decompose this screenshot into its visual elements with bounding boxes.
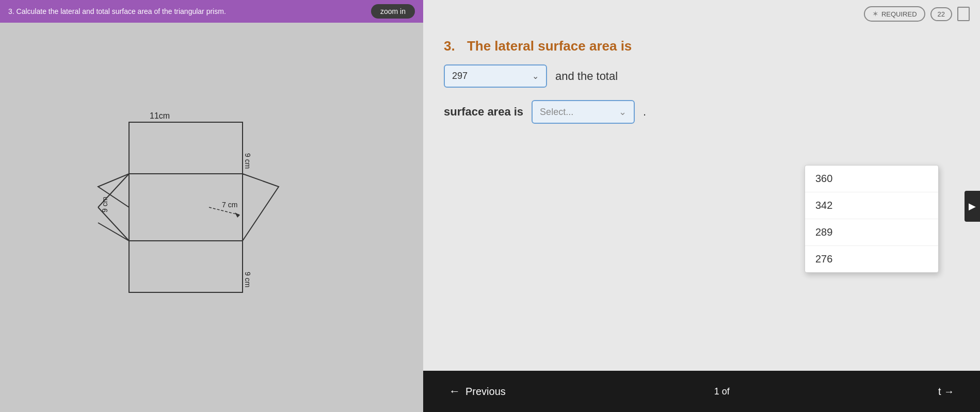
period: . <box>643 105 646 119</box>
svg-line-7 <box>98 174 129 207</box>
and-the-total-label: and the total <box>555 70 618 83</box>
left-panel: 3. Calculate the lateral and total surfa… <box>0 0 423 412</box>
svg-line-8 <box>98 207 129 241</box>
next-label: t → <box>938 386 954 398</box>
svg-rect-6 <box>129 241 243 292</box>
bottom-nav: ← Previous 1 of t → <box>423 371 980 412</box>
dropdown-option-289[interactable]: 289 <box>805 219 938 246</box>
label-11cm: 11cm <box>150 111 170 120</box>
dropdown-option-342[interactable]: 342 <box>805 192 938 219</box>
surface-area-label: surface area is <box>444 105 523 119</box>
dropdown-menu: 360 342 289 276 <box>805 165 939 273</box>
question-text: The lateral surface area is <box>467 38 632 54</box>
question-header: 3. Calculate the lateral and total surfa… <box>0 0 423 23</box>
answer-row: 297 ⌄ and the total <box>444 64 959 88</box>
lateral-area-value: 297 <box>452 71 468 81</box>
label-7cm: 7 cm <box>222 201 237 209</box>
diagram-area: 11cm 9 cm 7 cm 9 c <box>0 23 423 412</box>
question-header-text: 3. Calculate the lateral and total surfa… <box>8 7 226 15</box>
previous-label: Previous <box>465 386 506 398</box>
required-label: REQUIRED <box>881 10 917 18</box>
page-icon <box>957 7 970 21</box>
select-chevron-icon: ⌄ <box>619 106 626 118</box>
dropdown-option-276[interactable]: 276 <box>805 246 938 272</box>
svg-marker-3 <box>235 212 240 218</box>
scroll-arrow-icon: ▶ <box>969 201 976 212</box>
right-scroll-indicator[interactable]: ▶ <box>965 191 980 222</box>
zoom-in-button[interactable]: zoom in <box>371 4 415 19</box>
prism-diagram: 11cm 9 cm 7 cm 9 c <box>83 99 341 347</box>
surface-area-row: surface area is Select... ⌄ . <box>444 100 959 124</box>
required-star: ✶ <box>872 9 879 19</box>
svg-marker-5 <box>243 174 279 241</box>
next-button[interactable]: t → <box>928 381 965 403</box>
dropdown-option-360[interactable]: 360 <box>805 166 938 192</box>
question-content: 3. The lateral surface area is 297 ⌄ and… <box>423 28 980 371</box>
label-9cm-top-right: 9 cm <box>244 153 252 169</box>
question-number-line: 3. The lateral surface area is <box>444 38 959 54</box>
previous-button[interactable]: ← Previous <box>439 380 516 403</box>
left-arrow-icon: ← <box>449 385 460 398</box>
total-surface-area-dropdown[interactable]: Select... ⌄ <box>532 100 635 124</box>
right-panel: ✶ REQUIRED 22 3. The lateral surface are… <box>423 0 980 412</box>
svg-rect-0 <box>129 122 243 174</box>
dropdown-chevron-icon: ⌄ <box>532 71 539 81</box>
top-bar: ✶ REQUIRED 22 <box>423 0 980 28</box>
label-9cm-bottom-right: 9 cm <box>244 272 252 287</box>
page-indicator: 1 of <box>714 386 730 397</box>
number-badge: 22 <box>930 7 952 21</box>
label-9cm-left: 9 cm <box>101 196 109 212</box>
required-badge: ✶ REQUIRED <box>864 6 925 22</box>
lateral-area-dropdown[interactable]: 297 ⌄ <box>444 64 547 88</box>
select-placeholder: Select... <box>540 107 573 118</box>
question-number: 3. <box>444 38 455 54</box>
